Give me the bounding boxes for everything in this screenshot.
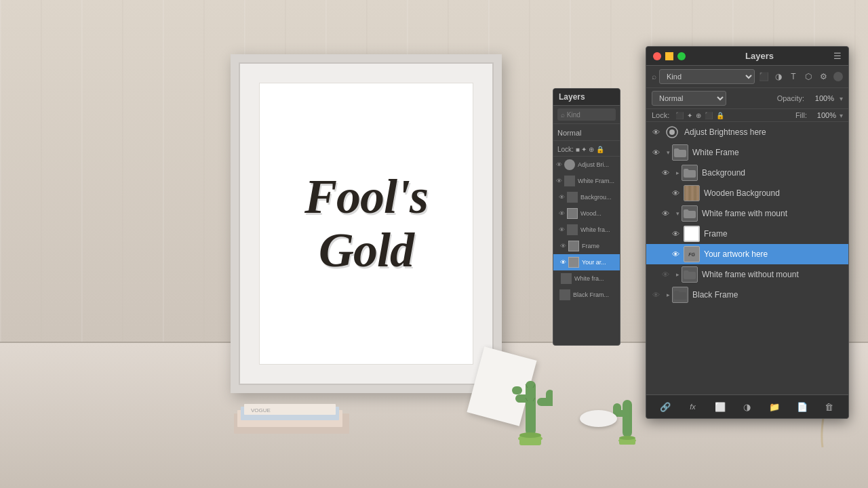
layer-item-your-artwork[interactable]: 👁 FG Your artwork here: [646, 244, 848, 264]
visibility-toggle-adjust-brightness[interactable]: 👁: [650, 127, 661, 138]
cactus-large: [509, 361, 553, 449]
layer-item-black-frame[interactable]: 👁 ▸ Black Frame: [646, 285, 848, 305]
add-mask-icon[interactable]: ⬜: [713, 399, 728, 414]
lock-row: Lock: ⬛ ✦ ⊕ ⬛ 🔒 Fill: 100% ▾: [646, 109, 848, 122]
bg-eye4: 👁: [559, 210, 565, 217]
layer-thumb-wooden-bg: [684, 185, 700, 201]
mode-row: Normal Opacity: 100% ▾: [646, 88, 848, 109]
layers-panel-background: Layers ⌕ Kind Normal Lock: ■ ✦ ⊕ 🔒 👁 Adj…: [553, 88, 620, 346]
bg-eye5: 👁: [559, 226, 565, 233]
artwork-area: Fool's Gold: [297, 121, 435, 327]
layers-panel: Layers ☰ ⌕ Kind ⬛ ◑ T ⬡ ⚙ Normal Opacity…: [646, 46, 849, 419]
frame-display: Fool's Gold: [231, 54, 502, 393]
lock-move-icon[interactable]: ⊕: [696, 112, 701, 119]
panel-menu-icon[interactable]: ☰: [833, 51, 842, 61]
bg-layer8: White fra...: [574, 275, 604, 282]
filter-toggle[interactable]: [833, 72, 843, 81]
visibility-toggle-background[interactable]: 👁: [660, 167, 671, 178]
kind-dropdown[interactable]: Kind: [659, 69, 755, 84]
smart-filter-icon[interactable]: ⚙: [817, 70, 829, 83]
lock-all-icon[interactable]: 🔒: [716, 112, 724, 119]
expand-black-frame[interactable]: ▸: [664, 291, 672, 299]
books-prop: VOGUE: [234, 400, 370, 434]
layer-thumb-white-frame: [672, 144, 688, 161]
layer-name-white-frame: White Frame: [692, 148, 844, 157]
visibility-toggle-wfwm[interactable]: 👁: [660, 208, 671, 219]
bg-eye7: 👁: [560, 259, 566, 266]
layer-item-white-frame-with-mount[interactable]: 👁 ▾ White frame with mount: [646, 203, 848, 224]
panel-titlebar: Layers ☰: [646, 47, 848, 66]
lock-pixel-icon[interactable]: ⬛: [675, 112, 684, 119]
layer-name-frame: Frame: [704, 229, 844, 239]
layer-thumb-wfwm: [682, 205, 698, 222]
visibility-toggle-wfwom[interactable]: 👁: [660, 269, 671, 280]
svg-point-22: [619, 436, 635, 440]
layer-item-background[interactable]: 👁 ▸ Background: [646, 163, 848, 183]
link-layers-icon[interactable]: 🔗: [658, 399, 673, 414]
frame-mat: Fool's Gold: [259, 83, 473, 365]
layer-thumb-wfwom: [682, 266, 698, 283]
visibility-toggle-black-frame[interactable]: 👁: [650, 289, 661, 300]
artwork-line1: Fool's: [304, 169, 428, 224]
layers-list: 👁 Adjust Brightness here 👁 ▾ White Frame: [646, 122, 848, 394]
fill-value: 100%: [810, 111, 836, 119]
layer-name-adjust-brightness: Adjust Brightness here: [684, 127, 844, 137]
visibility-toggle-frame[interactable]: 👁: [670, 228, 681, 239]
layer-item-frame[interactable]: 👁 Frame: [646, 224, 848, 244]
bg-layer5: White fra...: [580, 226, 610, 233]
visibility-toggle-artwork[interactable]: 👁: [670, 249, 681, 260]
expand-wfwm[interactable]: ▾: [673, 209, 682, 218]
layer-item-white-frame[interactable]: 👁 ▾ White Frame: [646, 142, 848, 163]
expand-wfwom[interactable]: ▸: [673, 270, 682, 279]
filter-row: ⌕ Kind ⬛ ◑ T ⬡ ⚙: [646, 66, 848, 88]
fx-icon[interactable]: fx: [685, 399, 700, 414]
expand-white-frame[interactable]: ▾: [664, 148, 672, 157]
panel-footer: 🔗 fx ⬜ ◑ 📁 📄 🗑: [646, 394, 848, 418]
layer-name-black-frame: Black Frame: [692, 290, 844, 300]
bg-layer2: White Fram...: [578, 178, 614, 184]
pixel-filter-icon[interactable]: ⬛: [757, 70, 770, 83]
bg-layer6: Frame: [582, 243, 599, 249]
layer-thumb-black-frame: [672, 287, 688, 303]
blend-mode-dropdown[interactable]: Normal: [652, 91, 726, 106]
svg-rect-6: [515, 394, 536, 403]
lock-artboard-icon[interactable]: ⬛: [705, 112, 713, 119]
type-filter-icon[interactable]: T: [787, 70, 800, 83]
fill-chevron[interactable]: ▾: [840, 112, 843, 119]
panel-minimize-button[interactable]: [665, 52, 673, 60]
layer-item-adjust-brightness[interactable]: 👁 Adjust Brightness here: [646, 122, 848, 142]
bg-eye2: 👁: [556, 178, 562, 184]
bg-eye1: 👁: [556, 161, 562, 168]
adjustment-layer-icon[interactable]: ◑: [740, 399, 755, 414]
delete-layer-icon[interactable]: 🗑: [822, 399, 837, 414]
lock-paint-icon[interactable]: ✦: [687, 112, 692, 119]
new-group-icon[interactable]: 📁: [767, 399, 782, 414]
bg-kind-label: ⌕ Kind: [561, 111, 580, 119]
opacity-chevron[interactable]: ▾: [840, 95, 843, 102]
shape-filter-icon[interactable]: ⬡: [802, 70, 814, 83]
artwork-typography: Fool's Gold: [304, 170, 428, 277]
svg-text:VOGUE: VOGUE: [251, 407, 271, 413]
svg-point-24: [669, 129, 675, 135]
adjustment-filter-icon[interactable]: ◑: [772, 70, 785, 83]
visibility-toggle-white-frame[interactable]: 👁: [650, 147, 661, 158]
frame-outer: Fool's Gold: [231, 54, 502, 393]
artwork-line2: Gold: [319, 223, 414, 277]
bowl-prop: [580, 410, 617, 427]
opacity-value: 100%: [808, 94, 834, 102]
expand-background[interactable]: ▸: [673, 169, 682, 177]
layer-name-background: Background: [702, 168, 844, 178]
bg-eye6: 👁: [560, 243, 566, 249]
visibility-toggle-wooden-bg[interactable]: 👁: [670, 188, 681, 199]
bg-normal-label: Normal: [557, 129, 581, 137]
layer-item-wfwom[interactable]: 👁 ▸ White frame without mount: [646, 264, 848, 285]
svg-rect-17: [623, 400, 632, 437]
bg-layer9: Black Fram...: [573, 291, 609, 298]
layer-item-wooden-background[interactable]: 👁 Wooden Background: [646, 183, 848, 203]
panel-close-button[interactable]: [653, 52, 661, 60]
new-layer-icon[interactable]: 📄: [795, 399, 810, 414]
svg-point-12: [519, 432, 541, 438]
panel-maximize-button[interactable]: [677, 52, 686, 60]
layer-name-wooden-bg: Wooden Background: [704, 188, 844, 198]
layer-thumb-frame: [684, 226, 700, 242]
